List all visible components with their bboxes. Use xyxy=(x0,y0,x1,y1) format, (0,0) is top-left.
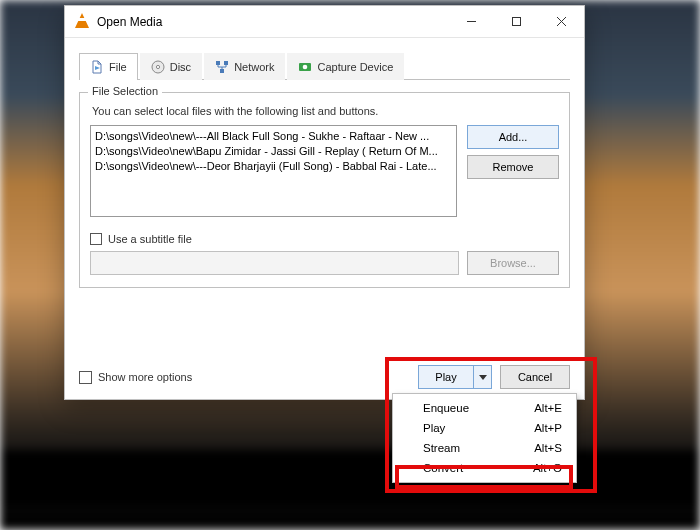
file-icon xyxy=(90,60,104,74)
capture-icon xyxy=(298,60,312,74)
open-media-window: Open Media File xyxy=(64,5,585,400)
vlc-cone-icon xyxy=(73,13,91,31)
menu-item-label: Enqueue xyxy=(423,402,469,414)
play-split-button[interactable]: Play xyxy=(418,365,492,389)
menu-item-shortcut: Alt+E xyxy=(534,402,562,414)
menu-item-stream[interactable]: Stream Alt+S xyxy=(393,438,576,458)
disc-icon xyxy=(151,60,165,74)
file-list-item[interactable]: D:\songs\Video\new\---Deor Bharjayii (Fu… xyxy=(95,159,452,174)
file-selection-hint: You can select local files with the foll… xyxy=(92,105,559,117)
minimize-button[interactable] xyxy=(449,6,494,37)
titlebar[interactable]: Open Media xyxy=(65,6,584,38)
tab-label: Capture Device xyxy=(317,61,393,73)
menu-item-shortcut: Alt+P xyxy=(534,422,562,434)
svg-marker-12 xyxy=(479,375,487,380)
menu-item-enqueue[interactable]: Enqueue Alt+E xyxy=(393,398,576,418)
menu-item-label: Stream xyxy=(423,442,460,454)
file-list[interactable]: D:\songs\Video\new\---All Black Full Son… xyxy=(90,125,457,217)
tab-label: File xyxy=(109,61,127,73)
tab-disc[interactable]: Disc xyxy=(140,53,202,80)
maximize-button[interactable] xyxy=(494,6,539,37)
file-selection-group: File Selection You can select local file… xyxy=(79,92,570,288)
menu-item-shortcut: Alt+O xyxy=(533,462,562,474)
tab-file[interactable]: File xyxy=(79,53,138,80)
network-icon xyxy=(215,60,229,74)
browse-button: Browse... xyxy=(467,251,559,275)
subtitle-path-input xyxy=(90,251,459,275)
play-button-dropdown[interactable] xyxy=(474,365,492,389)
group-legend: File Selection xyxy=(88,85,162,97)
file-list-item[interactable]: D:\songs\Video\new\---All Black Full Son… xyxy=(95,129,452,144)
close-button[interactable] xyxy=(539,6,584,37)
svg-rect-8 xyxy=(224,61,228,65)
menu-item-convert[interactable]: Convert Alt+O xyxy=(393,458,576,478)
add-button[interactable]: Add... xyxy=(467,125,559,149)
menu-item-play[interactable]: Play Alt+P xyxy=(393,418,576,438)
subtitle-label: Use a subtitle file xyxy=(108,233,192,245)
subtitle-checkbox[interactable] xyxy=(90,233,102,245)
show-more-checkbox[interactable] xyxy=(79,371,92,384)
remove-button[interactable]: Remove xyxy=(467,155,559,179)
play-button-main[interactable]: Play xyxy=(418,365,474,389)
svg-point-11 xyxy=(303,65,308,70)
tab-network[interactable]: Network xyxy=(204,53,285,80)
tab-capture[interactable]: Capture Device xyxy=(287,53,404,80)
svg-point-6 xyxy=(156,65,159,68)
tab-label: Disc xyxy=(170,61,191,73)
tab-label: Network xyxy=(234,61,274,73)
file-list-item[interactable]: D:\songs\Video\new\Bapu Zimidar - Jassi … xyxy=(95,144,452,159)
cancel-button[interactable]: Cancel xyxy=(500,365,570,389)
window-title: Open Media xyxy=(97,15,449,29)
menu-item-shortcut: Alt+S xyxy=(534,442,562,454)
chevron-down-icon xyxy=(479,373,487,381)
show-more-label: Show more options xyxy=(98,371,192,383)
menu-item-label: Play xyxy=(423,422,445,434)
play-dropdown-menu: Enqueue Alt+E Play Alt+P Stream Alt+S Co… xyxy=(392,393,577,483)
tabs: File Disc Network Capture Device xyxy=(79,52,570,80)
svg-rect-9 xyxy=(220,69,224,73)
menu-item-label: Convert xyxy=(423,462,463,474)
svg-rect-7 xyxy=(216,61,220,65)
svg-rect-1 xyxy=(513,18,521,26)
